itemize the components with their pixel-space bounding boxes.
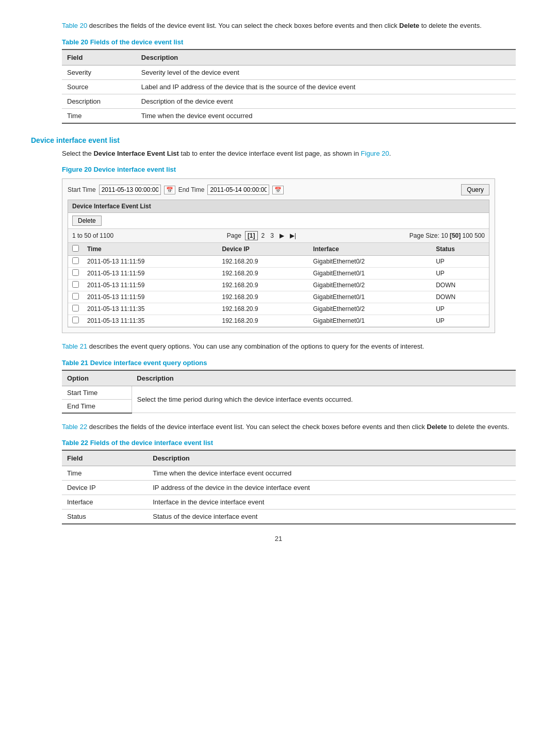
- table20-link[interactable]: Table 20: [62, 22, 87, 29]
- row-checkbox[interactable]: [72, 281, 79, 288]
- field-cell: Interface: [62, 495, 148, 510]
- page-label: Page: [225, 232, 243, 240]
- row-checkbox-cell: [68, 291, 83, 303]
- di-para-after: tab to enter the device interface event …: [179, 150, 361, 157]
- field-cell: Severity: [62, 65, 136, 79]
- intro-text: Table 20 describes the fields of the dev…: [62, 21, 516, 31]
- row-checkbox[interactable]: [72, 305, 79, 311]
- row-checkbox-cell: [68, 280, 83, 291]
- row-checkbox[interactable]: [72, 293, 79, 300]
- device-interface-event-table: Time Device IP Interface Status 2011-05-…: [68, 243, 489, 327]
- end-time-label: End Time: [178, 186, 205, 193]
- ui-toolbar: Delete: [68, 213, 489, 229]
- page-2[interactable]: 2: [259, 232, 267, 240]
- col-time-header: Time: [83, 243, 218, 256]
- table-row: Start Time Select the time period during…: [62, 386, 516, 399]
- page-links: Page [1] 2 3 ▶ ▶|: [225, 231, 298, 240]
- field-cell: Time: [62, 466, 148, 481]
- table-row: 2011-05-13 11:11:59 192.168.20.9 Gigabit…: [68, 291, 489, 303]
- size-10[interactable]: 10: [441, 232, 448, 239]
- table22-heading: Table 22 Fields of the device interface …: [62, 439, 526, 447]
- table20-col-description: Description: [136, 50, 516, 65]
- end-time-input[interactable]: [207, 185, 269, 195]
- table21: Option Description Start Time Select the…: [62, 370, 516, 414]
- field-cell: Description: [62, 94, 136, 108]
- table22-intro-end: to delete the events.: [447, 423, 510, 431]
- table22-intro: Table 22 describes the fields of the dev…: [62, 422, 516, 432]
- table20-heading: Table 20 Fields of the device event list: [62, 38, 526, 46]
- table-row: TimeTime when the device interface event…: [62, 466, 516, 481]
- size-500[interactable]: 500: [474, 232, 485, 239]
- end-calendar-icon[interactable]: 📅: [272, 186, 284, 194]
- table-row: Device IPIP address of the device in the…: [62, 481, 516, 495]
- device-ip-cell: 192.168.20.9: [218, 256, 309, 268]
- size-100[interactable]: 100: [463, 232, 473, 239]
- row-checkbox-cell: [68, 303, 83, 315]
- time-cell: 2011-05-13 11:11:59: [83, 268, 218, 280]
- table21-heading: Table 21 Device interface event query op…: [62, 359, 526, 367]
- page-last[interactable]: ▶|: [288, 232, 298, 240]
- table20: Field Description SeveritySeverity level…: [62, 49, 516, 124]
- table22-link[interactable]: Table 22: [62, 423, 87, 431]
- table21-col-option: Option: [62, 370, 132, 386]
- option-cell: Start Time: [62, 386, 132, 399]
- size-50-active[interactable]: [50]: [450, 232, 461, 239]
- description-cell: Select the time period during which the …: [132, 386, 516, 413]
- table21-link[interactable]: Table 21: [62, 342, 87, 350]
- col-device-ip-header: Device IP: [218, 243, 309, 256]
- table-row: SeveritySeverity level of the device eve…: [62, 65, 516, 79]
- delete-button[interactable]: Delete: [72, 216, 102, 226]
- query-button[interactable]: Query: [461, 184, 489, 195]
- table-row: 2011-05-13 11:11:59 192.168.20.9 Gigabit…: [68, 256, 489, 268]
- table-row: 2011-05-13 11:11:35 192.168.20.9 Gigabit…: [68, 315, 489, 327]
- count-text: 1 to 50 of 1100: [72, 232, 113, 239]
- select-all-checkbox[interactable]: [72, 245, 79, 252]
- row-checkbox[interactable]: [72, 257, 79, 264]
- ui-panel: Device Interface Event List Delete 1 to …: [68, 200, 489, 327]
- device-ip-cell: 192.168.20.9: [218, 280, 309, 291]
- device-ip-cell: 192.168.20.9: [218, 303, 309, 315]
- row-checkbox[interactable]: [72, 317, 79, 323]
- device-ip-cell: 192.168.20.9: [218, 291, 309, 303]
- start-calendar-icon[interactable]: 📅: [164, 186, 175, 194]
- table21-intro-text: Table 21 describes the event query optio…: [62, 341, 516, 352]
- panel-title: Device Interface Event List: [68, 200, 489, 213]
- col-checkbox-header: [68, 243, 83, 256]
- interface-cell: GigabitEthernet0/2: [309, 303, 432, 315]
- page-1[interactable]: [1]: [245, 231, 258, 240]
- page-3[interactable]: 3: [268, 232, 276, 240]
- interface-cell: GigabitEthernet0/1: [309, 268, 432, 280]
- start-time-input[interactable]: [99, 185, 161, 195]
- figure20-link[interactable]: Figure 20: [361, 150, 389, 157]
- field-cell: Time: [62, 108, 136, 123]
- description-cell: Status of the device interface event: [148, 510, 516, 524]
- table-row: 2011-05-13 11:11:35 192.168.20.9 Gigabit…: [68, 303, 489, 315]
- description-cell: IP address of the device in the device i…: [148, 481, 516, 495]
- intro-paragraph: Table 20 describes the fields of the dev…: [62, 21, 516, 31]
- description-cell: Description of the device event: [136, 94, 516, 108]
- delete-bold2: Delete: [427, 423, 447, 431]
- description-cell: Label and IP address of the device that …: [136, 79, 516, 94]
- field-cell: Source: [62, 79, 136, 94]
- table-row: StatusStatus of the device interface eve…: [62, 510, 516, 524]
- page-next[interactable]: ▶: [277, 232, 286, 240]
- di-para-before: Select the: [62, 150, 93, 157]
- row-checkbox-cell: [68, 315, 83, 327]
- row-checkbox-cell: [68, 268, 83, 280]
- device-interface-section-heading: Device interface event list: [31, 136, 526, 144]
- status-cell: DOWN: [432, 291, 489, 303]
- intro-text-after: describes the fields of the device event…: [87, 22, 399, 29]
- status-cell: UP: [432, 268, 489, 280]
- col-status-header: Status: [432, 243, 489, 256]
- intro-text-end: to delete the events.: [419, 22, 482, 29]
- table21-intro-after: describes the event query options. You c…: [87, 342, 424, 350]
- table21-intro: Table 21 describes the event query optio…: [62, 341, 516, 352]
- status-cell: UP: [432, 256, 489, 268]
- row-checkbox[interactable]: [72, 269, 79, 276]
- table22-col-field: Field: [62, 450, 148, 466]
- table22-intro-text: Table 22 describes the fields of the dev…: [62, 422, 516, 432]
- row-checkbox-cell: [68, 256, 83, 268]
- table-row: SourceLabel and IP address of the device…: [62, 79, 516, 94]
- table20-col-field: Field: [62, 50, 136, 65]
- status-cell: UP: [432, 303, 489, 315]
